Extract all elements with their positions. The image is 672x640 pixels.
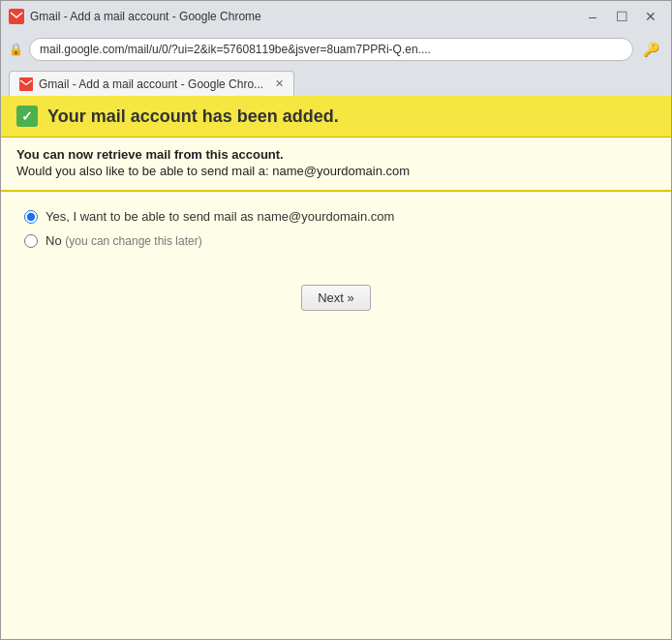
maximize-button[interactable]: ☐ [609, 4, 634, 29]
address-input[interactable]: mail.google.com/mail/u/0/?ui=2&ik=576081… [29, 38, 633, 61]
no-option-row: No (you can change this later) [24, 233, 648, 248]
page-content: ✓ Your mail account has been added. You … [1, 96, 671, 639]
check-icon: ✓ [16, 106, 38, 127]
info-email: name@yourdomain.com [272, 164, 410, 178]
no-muted: (you can change this later) [65, 234, 201, 248]
title-bar: Gmail - Add a mail account - Google Chro… [1, 1, 671, 32]
info-line2: Would you also like to be able to send m… [16, 164, 656, 178]
tab-close-icon[interactable]: ✕ [275, 77, 284, 90]
close-button[interactable]: ✕ [638, 4, 663, 29]
yes-option-row: Yes, I want to be able to send mail as n… [24, 209, 648, 224]
lock-icon: 🔒 [9, 43, 23, 56]
tab-bar: Gmail - Add a mail account - Google Chro… [1, 67, 671, 96]
next-button[interactable]: Next » [301, 285, 371, 311]
options-area: Yes, I want to be able to send mail as n… [1, 192, 671, 275]
yes-label: Yes, I want to be able to send mail as n… [46, 209, 394, 224]
minimize-button[interactable]: – [580, 4, 605, 29]
no-text: No [46, 233, 62, 248]
info-box: You can now retrieve mail from this acco… [1, 137, 671, 191]
chrome-window: Gmail - Add a mail account - Google Chro… [0, 0, 672, 640]
no-radio[interactable] [24, 234, 38, 248]
app-favicon [9, 9, 24, 24]
active-tab[interactable]: Gmail - Add a mail account - Google Chro… [9, 71, 294, 96]
button-area: Next » [1, 275, 671, 320]
success-banner: ✓ Your mail account has been added. [1, 96, 671, 137]
yes-email: name@yourdomain.com [258, 209, 395, 224]
svg-rect-0 [9, 9, 24, 24]
tab-favicon [19, 77, 33, 91]
yes-prefix: Yes, I want to be able to send mail as [46, 209, 254, 224]
window-title: Gmail - Add a mail account - Google Chro… [30, 10, 580, 23]
yes-radio[interactable] [24, 210, 38, 224]
key-icon: 🔑 [639, 40, 663, 59]
info-colon: : [265, 164, 269, 178]
no-label: No (you can change this later) [46, 233, 202, 248]
address-bar: 🔒 mail.google.com/mail/u/0/?ui=2&ik=5760… [1, 32, 671, 67]
info-line1: You can now retrieve mail from this acco… [16, 147, 656, 162]
info-line2-prefix: Would you also like to be able to send m… [16, 164, 265, 178]
tab-label: Gmail - Add a mail account - Google Chro… [39, 77, 263, 91]
success-text: Your mail account has been added. [47, 107, 339, 127]
window-controls: – ☐ ✕ [580, 4, 663, 29]
